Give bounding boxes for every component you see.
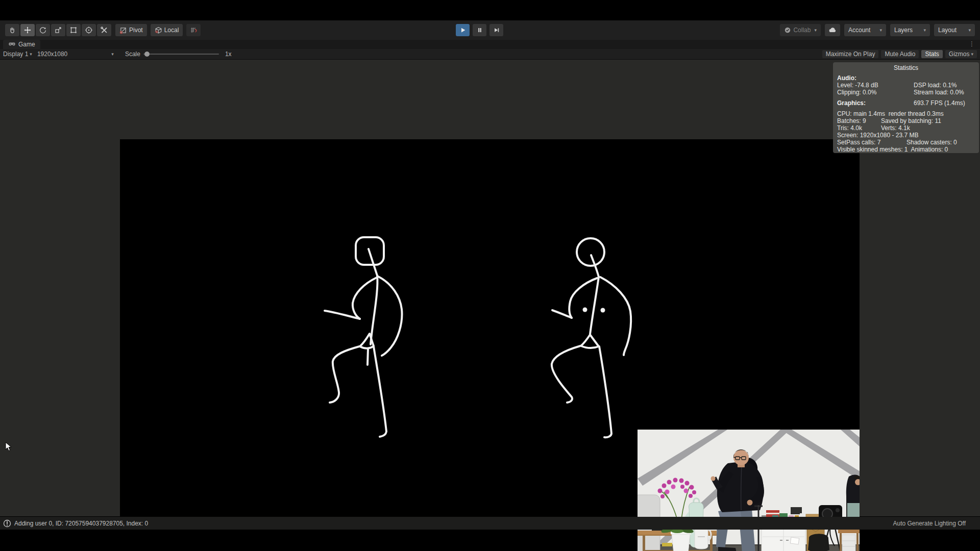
audio-clipping: Clipping: 0.0% [837,89,914,96]
tab-game-label: Game [18,41,35,48]
scale-icon [54,26,62,34]
maximize-on-play-label: Maximize On Play [826,51,875,58]
game-render-area[interactable] [120,139,860,551]
main-toolbar: Pivot Local [0,20,980,40]
collab-button[interactable]: Collab ▾ [780,24,821,36]
layers-dropdown-icon: ▾ [923,28,926,33]
webcam-video-overlay [638,430,860,551]
toolbar-right-group: Collab ▾ Account ▾ Layers ▾ Layout ▾ [780,24,975,36]
tab-game[interactable]: Game [3,40,40,49]
local-axis-icon [155,27,162,34]
play-button[interactable] [456,24,470,36]
layers-label: Layers [894,27,913,34]
screen-row: Screen: 980x551 - 23.7 MB [837,132,975,139]
pause-icon [476,27,483,34]
statistics-panel: Statistics Audio: Level: -74.8 dB DSP lo… [833,62,979,153]
mute-audio-label: Mute Audio [885,51,915,58]
account-dropdown-icon: ▾ [879,28,882,33]
stick-figure-left [325,237,402,437]
pause-button[interactable] [473,24,486,36]
collab-dropdown-icon: ▾ [814,28,817,33]
hand-icon [8,26,16,34]
gizmos-label: Gizmos [949,51,970,58]
rect-tool-button[interactable] [66,24,81,36]
verts-value: Verts: 4.1k [881,124,910,132]
collab-check-icon [784,27,791,34]
stats-label: Stats [925,51,939,58]
rect-transform-icon [69,26,78,34]
saved-by-batching-value: Saved by batching: 11 [881,117,941,124]
layout-dropdown-icon: ▾ [968,28,971,33]
local-toggle-button[interactable]: Local [151,24,183,36]
batches-value: Batches: 9 [837,117,881,124]
step-button[interactable] [489,24,503,36]
auto-generate-lighting-label: Auto Generate Lighting Off [893,520,966,527]
stick-figure-right [552,238,631,437]
unity-editor-window: Pivot Local [0,0,980,551]
resolution-label: 980x551 [37,51,67,58]
grid-snap-button[interactable] [186,24,201,36]
gizmos-dropdown[interactable]: Gizmos ▾ [945,50,977,58]
hand-tool-button[interactable] [5,24,19,36]
collab-label: Collab [793,27,811,34]
graphics-heading-row: Graphics: 693.7 FPS (1.4ms) [837,99,975,107]
play-controls [456,24,503,36]
scale-tool-button[interactable] [51,24,65,36]
transform-tools-group [5,24,111,36]
console-status-message[interactable]: Adding user 0, ID: 72057594037928705, In… [3,519,148,528]
pivot-local-group: Pivot Local [115,24,201,36]
display-dropdown-icon: ▾ [30,52,32,57]
resolution-dropdown[interactable]: 980x551 ▾ [37,51,114,58]
graphics-heading: Graphics: [837,99,914,107]
tris-row: Tris: 4.0k Verts: 4.1k [837,124,975,132]
available-tools-icon [100,26,108,34]
transform-tool-button[interactable] [82,24,96,36]
audio-row-1: Level: -74.8 dB DSP load: 0.1% [837,82,975,89]
audio-dsp-load: DSP load: 0.1% [914,82,957,89]
play-icon [459,27,467,34]
display-label: Display 1 [3,51,28,58]
tris-value: Tris: 4.0k [837,124,881,132]
display-dropdown[interactable]: Display 1 ▾ [3,51,32,58]
gizmos-dropdown-icon: ▾ [971,52,973,57]
batches-row: Batches: 9 Saved by batching: 11 [837,117,975,124]
move-tool-button[interactable] [20,24,35,36]
skinned-meshes-row: Visible skinned meshes: 1 Animations: 0 [837,146,975,153]
right-person [846,475,860,503]
game-bar-toggles: Maximize On Play Mute Audio Stats Gizmos… [822,50,977,58]
pivot-toggle-button[interactable]: Pivot [115,24,147,36]
layers-dropdown[interactable]: Layers ▾ [890,24,930,36]
stats-toggle[interactable]: Stats [921,50,942,58]
local-label: Local [164,27,179,34]
rotate-tool-button[interactable] [36,24,50,36]
panel-menu-icon[interactable]: ⋮ [969,40,975,47]
cpu-row: CPU: main 1.4ms render thread 0.3ms [837,110,975,117]
custom-tool-button[interactable] [97,24,111,36]
statistics-title: Statistics [837,64,975,71]
game-view-bar: Display 1 ▾ 980x551 ▾ Scale 1x Maximiz… [0,49,980,60]
black-bag [808,534,829,551]
audio-row-2: Clipping: 0.0% Stream load: 0.0% [837,89,975,96]
grid-snap-icon [189,26,198,34]
resolution-dropdown-icon: ▾ [111,52,114,57]
mute-audio-toggle[interactable]: Mute Audio [881,50,919,58]
rotate-icon [39,26,47,34]
info-icon [3,519,11,528]
layout-dropdown[interactable]: Layout ▾ [934,24,975,36]
scale-slider-knob[interactable] [144,52,150,57]
fps-value: 693.7 FPS (1.4ms) [914,99,965,107]
shadow-casters-value: Shadow casters: 0 [906,139,957,146]
setpass-row: SetPass calls: 7 Shadow casters: 0 [837,139,975,146]
maximize-on-play-toggle[interactable]: Maximize On Play [822,50,879,58]
gamepad-icon [8,42,16,47]
scale-control: Scale 1x [125,51,232,58]
scale-slider-track[interactable] [143,54,219,55]
step-icon [493,27,500,34]
account-dropdown[interactable]: Account ▾ [844,24,886,36]
pivot-icon [119,27,127,34]
layout-label: Layout [938,27,957,34]
audio-level: Level: -74.8 dB [837,82,914,89]
cloud-icon [828,26,837,34]
move-icon [23,26,32,34]
cloud-button[interactable] [825,24,840,36]
